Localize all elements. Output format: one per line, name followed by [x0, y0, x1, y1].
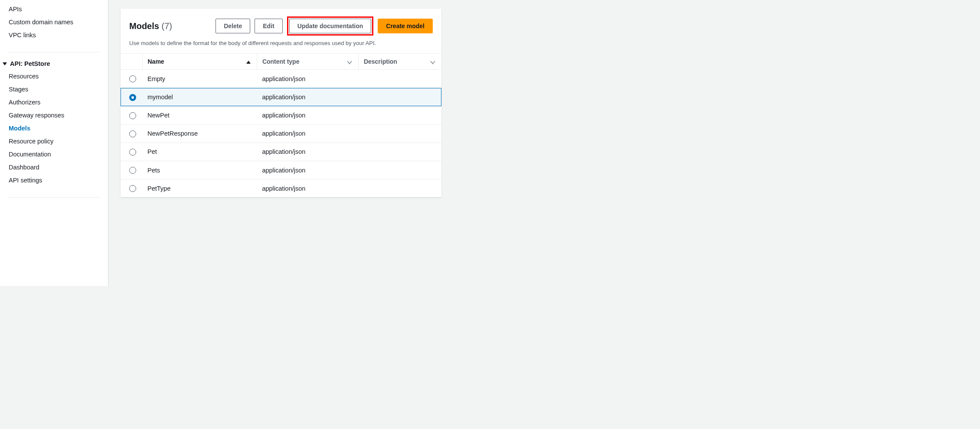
- sidebar-item-gateway-responses[interactable]: Gateway responses: [0, 109, 108, 122]
- col-name-label: Name: [148, 58, 164, 65]
- panel-header: Models (7) Delete Edit Update documentat…: [121, 9, 441, 38]
- create-model-button[interactable]: Create model: [378, 19, 433, 33]
- row-select-radio[interactable]: [129, 167, 136, 174]
- col-content-type[interactable]: Content type: [257, 54, 358, 70]
- row-select-radio[interactable]: [129, 149, 136, 156]
- panel-title: Models (7): [129, 21, 172, 31]
- highlight-box: Update documentation: [287, 16, 374, 36]
- sidebar-item-resources[interactable]: Resources: [0, 70, 108, 83]
- table-row[interactable]: NewPetResponseapplication/json: [121, 124, 441, 143]
- sidebar-item-documentation[interactable]: Documentation: [0, 148, 108, 161]
- sidebar-item-dashboard[interactable]: Dashboard: [0, 161, 108, 174]
- models-panel: Models (7) Delete Edit Update documentat…: [121, 9, 441, 197]
- row-content-type: application/json: [257, 161, 358, 179]
- filter-icon: [430, 59, 435, 65]
- row-select-cell: [121, 161, 142, 179]
- panel-title-text: Models: [129, 21, 159, 31]
- row-content-type: application/json: [257, 124, 358, 143]
- sidebar-item-custom-domain-names[interactable]: Custom domain names: [0, 16, 108, 29]
- row-name: Pet: [142, 143, 257, 161]
- col-description[interactable]: Description: [358, 54, 441, 70]
- delete-button[interactable]: Delete: [216, 19, 250, 33]
- panel-actions: Delete Edit Update documentation Create …: [216, 16, 433, 36]
- row-name: NewPetResponse: [142, 124, 257, 143]
- sidebar: APIs Custom domain names VPC links API: …: [0, 0, 108, 286]
- row-select-radio[interactable]: [129, 94, 136, 101]
- sidebar-divider: [8, 52, 100, 52]
- col-description-label: Description: [364, 58, 397, 65]
- col-select: [121, 54, 142, 70]
- sidebar-divider: [8, 197, 100, 198]
- row-select-cell: [121, 179, 142, 198]
- filter-icon: [347, 59, 352, 65]
- row-name: mymodel: [142, 88, 257, 106]
- caret-down-icon: [3, 62, 7, 65]
- table-row[interactable]: PetTypeapplication/json: [121, 179, 441, 198]
- row-select-cell: [121, 143, 142, 161]
- row-description: [358, 161, 441, 179]
- row-content-type: application/json: [257, 179, 358, 198]
- row-select-cell: [121, 106, 142, 124]
- sidebar-group-label: API: PetStore: [10, 60, 50, 67]
- table-row[interactable]: Petsapplication/json: [121, 161, 441, 179]
- sidebar-item-models[interactable]: Models: [0, 122, 108, 135]
- row-description: [358, 143, 441, 161]
- row-select-cell: [121, 124, 142, 143]
- sidebar-top-section: APIs Custom domain names VPC links: [0, 3, 108, 47]
- col-name[interactable]: Name: [142, 54, 257, 70]
- panel-count: (7): [161, 21, 172, 31]
- row-name: NewPet: [142, 106, 257, 124]
- sidebar-item-stages[interactable]: Stages: [0, 83, 108, 96]
- row-name: PetType: [142, 179, 257, 198]
- sidebar-item-vpc-links[interactable]: VPC links: [0, 29, 108, 42]
- row-content-type: application/json: [257, 106, 358, 124]
- row-description: [358, 106, 441, 124]
- table-row[interactable]: Emptyapplication/json: [121, 70, 441, 88]
- table-row[interactable]: NewPetapplication/json: [121, 106, 441, 124]
- update-documentation-button[interactable]: Update documentation: [289, 19, 372, 33]
- row-select-cell: [121, 70, 142, 88]
- row-content-type: application/json: [257, 70, 358, 88]
- row-name: Empty: [142, 70, 257, 88]
- sidebar-api-section: API: PetStore Resources Stages Authorize…: [0, 58, 108, 192]
- edit-button[interactable]: Edit: [255, 19, 282, 33]
- row-select-radio[interactable]: [129, 130, 136, 137]
- sort-ascending-icon: [246, 61, 251, 64]
- row-description: [358, 88, 441, 106]
- row-description: [358, 124, 441, 143]
- sidebar-item-resource-policy[interactable]: Resource policy: [0, 135, 108, 148]
- row-select-radio[interactable]: [129, 112, 136, 119]
- col-content-type-label: Content type: [262, 58, 300, 65]
- models-table: Name Content type Description: [121, 53, 441, 197]
- table-row[interactable]: mymodelapplication/json: [121, 88, 441, 106]
- row-description: [358, 70, 441, 88]
- row-select-radio[interactable]: [129, 75, 136, 82]
- panel-description: Use models to define the format for the …: [121, 38, 441, 53]
- row-select-cell: [121, 88, 142, 106]
- row-content-type: application/json: [257, 88, 358, 106]
- row-select-radio[interactable]: [129, 185, 136, 192]
- sidebar-group-toggle[interactable]: API: PetStore: [0, 58, 108, 70]
- row-content-type: application/json: [257, 143, 358, 161]
- row-name: Pets: [142, 161, 257, 179]
- table-row[interactable]: Petapplication/json: [121, 143, 441, 161]
- sidebar-item-api-settings[interactable]: API settings: [0, 174, 108, 187]
- row-description: [358, 179, 441, 198]
- sidebar-item-apis[interactable]: APIs: [0, 3, 108, 16]
- sidebar-item-authorizers[interactable]: Authorizers: [0, 96, 108, 109]
- main-content: Models (7) Delete Edit Update documentat…: [108, 0, 653, 286]
